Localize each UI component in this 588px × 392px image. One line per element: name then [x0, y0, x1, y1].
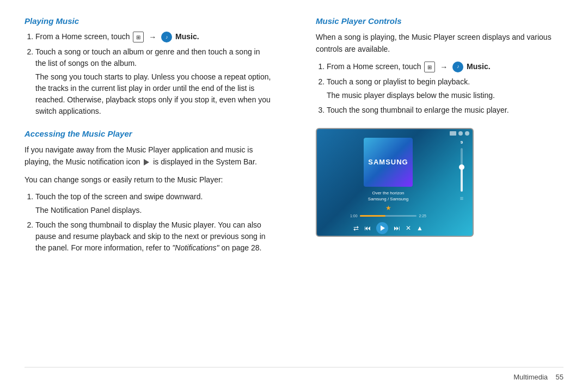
page: Playing Music From a Home screen, touch … — [0, 0, 588, 392]
music-label-2: Music. — [467, 62, 491, 71]
mp-list-btn[interactable]: ▲ — [416, 224, 423, 232]
content-columns: Playing Music From a Home screen, touch … — [24, 16, 564, 367]
mp-song-title: Over the horizon — [368, 190, 408, 196]
controls-steps: From a Home screen, touch ⊞ → ♪ Music. T… — [316, 61, 564, 116]
mp-minimize-icon — [450, 131, 456, 136]
music-player-controls-title: Music Player Controls — [316, 16, 564, 26]
mp-controls: ⇄ ⏮ ⏭ ✕ ▲ — [353, 222, 423, 234]
mp-sidebar: 9 ≡ — [455, 138, 468, 234]
play-icon — [144, 159, 149, 166]
accessing-body2: You can change songs or easily return to… — [24, 174, 272, 186]
mp-body: SAMSUNG Over the horizon Samsung / Samsu… — [317, 138, 473, 234]
right-column: Music Player Controls When a song is pla… — [305, 16, 564, 367]
playing-music-title: Playing Music — [24, 16, 272, 26]
left-column: Playing Music From a Home screen, touch … — [24, 16, 283, 367]
mp-nav-icon-2 — [465, 131, 469, 136]
grid-icon-2: ⊞ — [424, 62, 435, 72]
accessing-step-2-text: Touch the song thumbnail to display the … — [35, 220, 266, 252]
mp-album-art: SAMSUNG — [364, 138, 413, 187]
controls-step-2-sub: The music player displays below the musi… — [327, 90, 564, 101]
accessing-step-1: Touch the top of the screen and swipe do… — [35, 191, 272, 216]
controls-step-2: Touch a song or playlist to begin playba… — [327, 76, 564, 101]
controls-step-1: From a Home screen, touch ⊞ → ♪ Music. — [327, 61, 564, 73]
step-1: From a Home screen, touch ⊞ → ♪ Music. — [35, 31, 272, 43]
mp-equalizer-icon: ≡ — [460, 195, 463, 201]
samsung-brand: SAMSUNG — [368, 158, 408, 166]
accessing-body1: If you navigate away from the Music Play… — [24, 144, 272, 168]
footer-page-number: 55 — [556, 373, 564, 381]
controls-step-3: Touch the song thumbnail to enlarge the … — [327, 105, 564, 116]
mp-play-icon — [381, 225, 385, 231]
accessing-music-player-title: Accessing the Music Player — [24, 129, 272, 138]
controls-step-3-text: Touch the song thumbnail to enlarge the … — [327, 106, 509, 114]
mp-play-btn[interactable] — [376, 222, 388, 234]
footer: Multimedia 55 — [24, 367, 564, 381]
music-player-controls-section: Music Player Controls When a song is pla… — [316, 16, 564, 116]
grid-icon: ⊞ — [133, 32, 144, 42]
accessing-step-2: Touch the song thumbnail to display the … — [35, 219, 272, 254]
mp-volume-track — [461, 148, 463, 192]
mp-progress-track — [360, 215, 417, 217]
step-1-text: From a Home screen, touch ⊞ → ♪ Music. — [35, 32, 199, 41]
footer-label: Multimedia 55 — [513, 373, 564, 381]
controls-intro: When a song is playing, the Music Player… — [316, 31, 564, 56]
mp-time-end: 2:25 — [419, 214, 426, 218]
step-2: Touch a song or touch an album or genre … — [35, 46, 272, 117]
footer-multimedia: Multimedia — [513, 373, 548, 381]
mp-volume-number: 9 — [461, 140, 463, 145]
notifications-ref: "Notifications" — [172, 243, 219, 252]
controls-step-2-text: Touch a song or playlist to begin playba… — [327, 77, 470, 86]
accessing-step-1-text: Touch the top of the screen and swipe do… — [35, 192, 203, 201]
mp-top-bar — [317, 129, 473, 138]
mp-progress-fill — [360, 215, 385, 217]
playing-music-steps: From a Home screen, touch ⊞ → ♪ Music. T… — [24, 31, 272, 117]
mp-repeat-btn[interactable]: ✕ — [406, 224, 411, 232]
mp-time-start: 1:00 — [350, 214, 358, 218]
arrow-icon: → — [149, 32, 156, 43]
mp-star-rating: ★ — [385, 204, 391, 212]
music-player-screenshot: SAMSUNG Over the horizon Samsung / Samsu… — [316, 128, 474, 237]
mp-main-area: SAMSUNG Over the horizon Samsung / Samsu… — [321, 138, 455, 234]
mp-volume-knob[interactable] — [459, 164, 464, 170]
mp-prev-btn[interactable]: ⏮ — [364, 224, 371, 232]
mp-next-btn[interactable]: ⏭ — [394, 224, 400, 232]
mp-progress-container: 1:00 2:25 — [350, 214, 426, 218]
music-icon: ♪ — [161, 32, 172, 42]
accessing-step-1-sub: The Notification Panel displays. — [35, 205, 272, 216]
step-2-subtext: The song you touch starts to play. Unles… — [35, 71, 272, 117]
music-label: Music. — [175, 32, 199, 41]
accessing-steps: Touch the top of the screen and swipe do… — [24, 191, 272, 254]
playing-music-section: Playing Music From a Home screen, touch … — [24, 16, 272, 117]
step-2-text: Touch a song or touch an album or genre … — [35, 47, 260, 68]
accessing-music-player-section: Accessing the Music Player If you naviga… — [24, 129, 272, 254]
mp-nav-icon-1 — [458, 131, 463, 136]
music-icon-2: ♪ — [452, 62, 463, 72]
controls-step-1-text: From a Home screen, touch ⊞ → ♪ Music. — [327, 62, 491, 71]
mp-artist: Samsung / Samsung — [368, 196, 408, 202]
mp-song-info: Over the horizon Samsung / Samsung — [368, 190, 408, 202]
mp-shuffle-btn[interactable]: ⇄ — [353, 224, 359, 232]
arrow-icon-2: → — [440, 62, 448, 73]
